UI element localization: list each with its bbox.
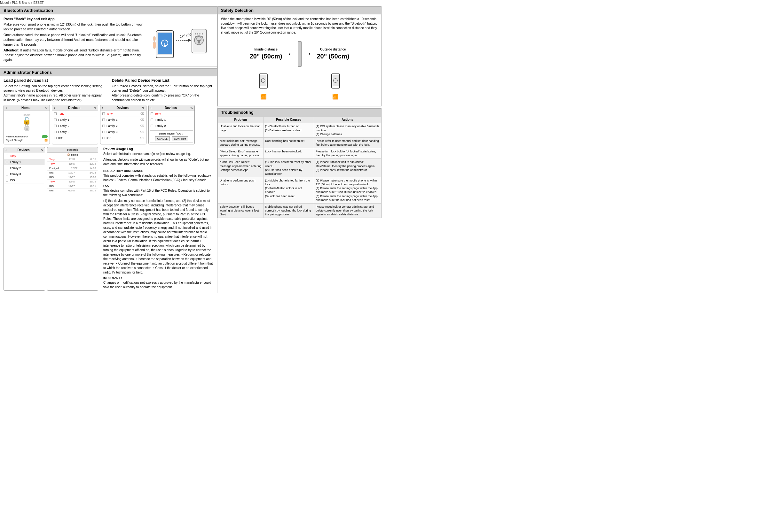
delete-icon-2[interactable]: ⌫: [140, 118, 144, 122]
devices-screen-1-header: ‹ Devices ✎: [52, 105, 98, 111]
bt-step-desc2: Once authenticated, the mobile phone wil…: [4, 33, 147, 46]
col-causes: Possible Causes: [263, 117, 314, 123]
del-checkbox-3: [102, 125, 105, 127]
fcc-title: FCC: [103, 184, 214, 188]
push-button-row: Push-button Unlock: [6, 135, 48, 138]
table-cell-causes-3: (1) The lock has been reset by other use…: [263, 159, 314, 177]
records-row-2: Tony 12/07 12:18: [47, 162, 98, 166]
svg-point-18: [202, 33, 203, 35]
page-container: Bluetooth Authentication Press "Back" ke…: [0, 6, 382, 293]
cancel-button[interactable]: CANCEL: [155, 136, 170, 141]
bottom-family3: Family-3: [10, 173, 21, 176]
bottom-devices-family1: Family-1: [4, 159, 45, 165]
bt-phone-illustration: 12" (30cm): [153, 21, 210, 59]
delete-dialog-text: Delete device「IOS」: [152, 132, 191, 135]
confirm-button[interactable]: CONFIRM: [172, 136, 188, 141]
bottom-devices-tony: Tony: [4, 153, 45, 159]
records-row-5: IOS 12/07 15:08: [47, 175, 98, 180]
devices1-ios: IOS: [58, 136, 63, 139]
svg-point-19: [195, 36, 196, 37]
safety-content: When the smart phone is within 20" (50cm…: [218, 14, 381, 106]
important-title: IMPORTANT !: [103, 276, 214, 280]
devices-screen-3-header: ‹ Devices ✎: [149, 105, 194, 111]
table-row: "Motor Detect Error" message appears dur…: [218, 148, 381, 159]
table-row: Safety detection still beeps warning at …: [218, 203, 381, 218]
table-cell-actions-4: (1) Please make sure the mobile phone is…: [314, 177, 381, 203]
important-text: Changes or modifications not expressly a…: [103, 281, 214, 290]
table-cell-causes-0: (1) Bluetooth not turned on. (2) Batteri…: [263, 123, 314, 137]
svg-point-17: [199, 33, 200, 35]
devices1-family1: Family-1: [58, 118, 69, 122]
devices3-back: ‹: [150, 106, 151, 110]
devices2-family3: Family-3: [106, 131, 118, 133]
svg-point-16: [197, 33, 198, 35]
delete-icon-5[interactable]: ⌫: [140, 136, 144, 139]
table-cell-causes-4: (1) Mobile phone is too far from the loc…: [263, 177, 314, 203]
outside-value: 20" (50cm): [317, 52, 350, 61]
diagram-arrows: ⟵ ⟶: [289, 41, 310, 67]
table-header-row: Problem Possible Causes Actions: [218, 117, 381, 123]
svg-rect-14: [198, 40, 200, 44]
devices3-tony: Tony: [155, 112, 161, 115]
review-desc1: Select administrator device name (in red…: [103, 152, 214, 156]
push-button-toggle[interactable]: [42, 135, 48, 138]
table-row: Unable to find locks on the scan page.(1…: [218, 123, 381, 137]
records-screen: Records 🏠 Home Tony 12/07 12:15 Tony: [47, 147, 98, 291]
delete-icon-3[interactable]: ⌫: [140, 124, 144, 128]
bluetooth-auth-image: 12" (30cm): [150, 17, 214, 63]
devices3-family2: Family-2: [155, 124, 166, 128]
devices3-item-3: Family-2: [149, 123, 194, 129]
devices3-edit-icon: ✎: [190, 106, 193, 110]
signal-row: Signal Strength 📶: [6, 139, 48, 141]
d3-checkbox-3: [151, 125, 153, 127]
left-column: Bluetooth Authentication Press "Back" ke…: [0, 6, 217, 293]
record-time-6: 15:15: [89, 180, 96, 183]
record-date-4: 12/07: [68, 171, 75, 174]
load-devices-title: Load paired devices list: [4, 78, 106, 83]
devices2-item-1: Tony ⌫: [100, 111, 146, 117]
bottom-devices-family3: Family-3: [4, 171, 45, 177]
checkbox-2: [54, 119, 56, 121]
troubleshooting-header: Troubleshooting: [218, 109, 381, 116]
load-devices-desc2: Administrator's name appears in red. All…: [4, 93, 106, 102]
phone-signal-left: 📶: [260, 93, 267, 100]
record-time-4: 14:23: [89, 171, 96, 174]
bottom-ios: IOS: [10, 179, 15, 182]
delete-icon-1[interactable]: ⌫: [140, 112, 144, 115]
devices-bottom-title: Devices: [18, 148, 30, 152]
svg-point-6: [153, 41, 156, 49]
regulatory-section: REGULATORY COMPLIANCE This product compl…: [103, 169, 214, 289]
home-center: Home 🔓 ☞: [4, 111, 50, 134]
record-name-4: IOS: [49, 171, 54, 174]
devices3-item-2: Family-1: [149, 117, 194, 123]
delete-icon-4[interactable]: ⌫: [140, 131, 144, 133]
devices1-family3: Family-3: [58, 131, 69, 133]
devices-screen-2-header: ‹ Devices ✎: [100, 105, 146, 111]
devices1-family2: Family-2: [58, 124, 69, 128]
record-date-6: 12/07: [69, 180, 75, 183]
record-time-2: 12:18: [89, 162, 96, 165]
table-cell-actions-1: Please refer to user manual and set door…: [314, 137, 381, 148]
svg-point-7: [153, 36, 156, 41]
d3-checkbox-2: [151, 119, 153, 121]
safety-header: Safety Detection: [218, 7, 381, 14]
devices3-family1: Family-1: [155, 118, 166, 122]
record-date-5: 12/07: [68, 176, 75, 179]
delete-devices-col: Delete Paired Device From List On "Paire…: [112, 78, 214, 103]
fcc-desc: This device complies with Part 15 of the…: [103, 189, 214, 198]
devices-screen-1: ‹ Devices ✎ Tony Family-1: [52, 105, 98, 144]
bd-checkbox-3: [6, 167, 8, 169]
devices2-family1: Family-1: [106, 118, 118, 122]
admin-grid-top: Load paired devices list Select the Sett…: [4, 78, 214, 103]
checkbox-1: [54, 113, 56, 115]
safety-description: When the smart phone is within 20" (50cm…: [221, 17, 378, 35]
troubleshooting-section: Troubleshooting Problem Possible Causes …: [217, 108, 382, 218]
records-row-3: Family-1 12/07 14:03: [47, 166, 98, 171]
devices2-item-3: Family-2 ⌫: [100, 123, 146, 129]
record-time-8: 16:15: [89, 189, 96, 192]
devices-bottom-screen: ‹ Devices ✎ Tony Family-1: [4, 147, 45, 291]
compliance-text: This product complies with standards est…: [103, 173, 214, 182]
lock-rect: [298, 41, 301, 67]
home-back-arrow: ‹: [6, 106, 7, 110]
svg-point-22: [202, 36, 203, 37]
